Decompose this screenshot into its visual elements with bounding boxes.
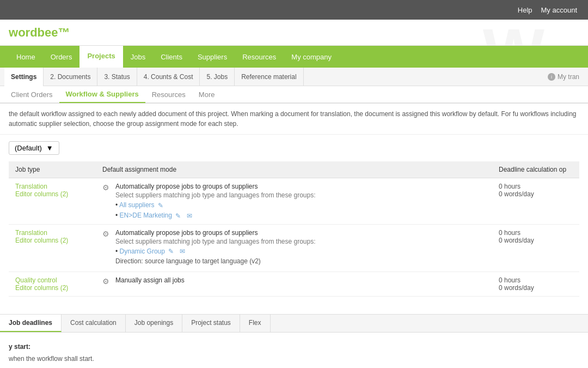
dropdown-value: (Default) — [15, 144, 42, 152]
nav-suppliers[interactable]: Suppliers — [190, 46, 235, 68]
nav-clients[interactable]: Clients — [153, 46, 190, 68]
mode-cell-2: ⚙ Automatically propose jobs to groups o… — [96, 224, 492, 272]
subnav-more[interactable]: More — [192, 86, 222, 103]
logo-bar: wordbee™ W — [0, 20, 588, 46]
auto-icon-3: ⚙ — [102, 277, 111, 286]
workflow-table: Job type Default assignment mode Deadlin… — [9, 161, 579, 297]
group-item-1a: • All suppliers ✎ — [115, 201, 316, 209]
deadline-cell-3: 0 hours 0 words/day — [492, 272, 579, 297]
dropdown-arrow: ▼ — [46, 144, 53, 152]
edit-icon-1b[interactable]: ✎ — [175, 212, 183, 220]
start-field: y start: — [9, 341, 579, 353]
info-icon-small: i — [548, 73, 555, 81]
deadline-words-2: 0 words/day — [499, 237, 573, 244]
table-row: Translation Editor columns (2) ⚙ Automat… — [9, 224, 579, 272]
tab-counts-cost[interactable]: 4. Counts & Cost — [137, 68, 200, 86]
nav-orders[interactable]: Orders — [43, 46, 80, 68]
table-row: Translation Editor columns (2) ⚙ Automat… — [9, 178, 579, 225]
subnav-resources[interactable]: Resources — [145, 86, 192, 103]
top-bar: Help My account — [0, 0, 588, 20]
mode-cell-1: ⚙ Automatically propose jobs to groups o… — [96, 178, 492, 225]
group-link-all-suppliers[interactable]: All suppliers — [119, 201, 155, 209]
mode-title-2: Automatically propose jobs to groups of … — [115, 229, 316, 237]
tabs-bar: Settings 2. Documents 3. Status 4. Count… — [0, 68, 588, 86]
bullet-1b: • — [115, 212, 120, 219]
nav-bar: Home Orders Projects Jobs Clients Suppli… — [0, 46, 588, 68]
mode-desc-2: Select suppliers matching job type and l… — [115, 238, 316, 245]
nav-resources[interactable]: Resources — [235, 46, 284, 68]
account-link[interactable]: My account — [541, 6, 577, 14]
tab-reference[interactable]: Reference material — [235, 68, 303, 86]
group-link-en-de-marketing[interactable]: EN>DE Marketing — [120, 212, 172, 219]
group-link-dynamic-group[interactable]: Dynamic Group — [120, 248, 165, 255]
description-text: the default workflow assigned to each ne… — [0, 104, 588, 135]
start-value-text: when the workflow shall start. — [9, 355, 94, 363]
bottom-tab-cost-calculation[interactable]: Cost calculation — [62, 315, 126, 332]
nav-jobs[interactable]: Jobs — [123, 46, 153, 68]
bottom-tab-flex[interactable]: Flex — [240, 315, 271, 332]
deadline-words-3: 0 words/day — [499, 284, 573, 292]
bottom-content: y start: when the workflow shall start. … — [0, 333, 588, 368]
subnav-client-orders[interactable]: Client Orders — [4, 86, 59, 103]
deadline-words-1: 0 words/day — [499, 190, 573, 198]
logo-brand: ordbee™ — [18, 26, 70, 39]
mode-desc-1: Select suppliers matching job type and l… — [115, 191, 316, 199]
direction-text-2: Direction: source language to target lan… — [115, 255, 316, 267]
auto-icon-2: ⚙ — [102, 230, 111, 238]
mode-cell-3: ⚙ Manually assign all jobs — [96, 272, 492, 297]
bottom-tabs: Job deadlines Cost calculation Job openi… — [0, 315, 588, 333]
table-row: Quality control Editor columns (2) ⚙ Man… — [9, 272, 579, 297]
col-deadline: Deadline calculation op — [492, 161, 579, 178]
tab-status[interactable]: 3. Status — [97, 68, 137, 86]
nav-mycompany[interactable]: My company — [284, 46, 339, 68]
logo: wordbee™ — [9, 26, 70, 40]
bottom-tab-job-openings[interactable]: Job openings — [126, 315, 182, 332]
job-type-quality-control[interactable]: Quality control — [15, 276, 89, 284]
deadline-cell-2: 0 hours 0 words/day — [492, 224, 579, 272]
bullet-2a: • — [115, 248, 120, 255]
mail-icon-1b[interactable]: ✉ — [187, 212, 194, 220]
tab-documents[interactable]: 2. Documents — [44, 68, 97, 86]
deadline-cell-1: 0 hours 0 words/day — [492, 178, 579, 225]
group-item-2a: • Dynamic Group ✎ ✉ — [115, 248, 316, 256]
logo-prefix: w — [9, 26, 18, 39]
job-type-translation-1[interactable]: Translation — [15, 183, 89, 190]
start-label: y start: — [9, 343, 30, 351]
main-content: (Default) ▼ Job type Default assignment … — [0, 135, 588, 303]
deadline-hours-3: 0 hours — [499, 276, 573, 284]
job-type-translation-2[interactable]: Translation — [15, 229, 89, 237]
start-value: when the workflow shall start. — [9, 353, 579, 365]
editor-columns-1[interactable]: Editor columns (2) — [15, 190, 89, 198]
job-type-cell-3: Quality control Editor columns (2) — [9, 272, 96, 297]
deadline-hours-2: 0 hours — [499, 229, 573, 237]
subnav-workflow-suppliers[interactable]: Workflow & Suppliers — [59, 86, 145, 103]
mode-title-3: Manually assign all jobs — [115, 276, 185, 284]
edit-icon-1a[interactable]: ✎ — [158, 202, 166, 209]
my-tran-label: My tran — [558, 73, 579, 81]
workflow-dropdown[interactable]: (Default) ▼ — [9, 141, 59, 155]
sub-nav: Client Orders Workflow & Suppliers Resou… — [0, 86, 588, 104]
col-job-type: Job type — [9, 161, 96, 178]
nav-projects[interactable]: Projects — [79, 46, 122, 68]
tabs-bar-right: i My tran — [548, 73, 588, 81]
mode-title-1: Automatically propose jobs to groups of … — [115, 183, 316, 190]
bottom-tab-project-status[interactable]: Project status — [182, 315, 240, 332]
bullet-1a: • — [115, 201, 119, 209]
editor-columns-2[interactable]: Editor columns (2) — [15, 237, 89, 244]
tab-jobs[interactable]: 5. Jobs — [200, 68, 235, 86]
nav-home[interactable]: Home — [9, 46, 43, 68]
watermark: W — [483, 20, 544, 46]
group-item-1b: • EN>DE Marketing ✎ ✉ — [115, 212, 316, 220]
bottom-tab-job-deadlines[interactable]: Job deadlines — [0, 315, 62, 332]
help-link[interactable]: Help — [518, 6, 532, 14]
job-type-cell-2: Translation Editor columns (2) — [9, 224, 96, 272]
edit-icon-2a[interactable]: ✎ — [168, 248, 176, 255]
deadline-hours-1: 0 hours — [499, 183, 573, 190]
auto-icon-1: ⚙ — [102, 183, 111, 192]
bottom-section: Job deadlines Cost calculation Job openi… — [0, 314, 588, 368]
editor-columns-3[interactable]: Editor columns (2) — [15, 284, 89, 292]
job-type-cell-1: Translation Editor columns (2) — [9, 178, 96, 225]
mail-icon-2a[interactable]: ✉ — [180, 248, 187, 255]
tab-settings[interactable]: Settings — [4, 68, 44, 86]
col-assignment-mode: Default assignment mode — [96, 161, 492, 178]
